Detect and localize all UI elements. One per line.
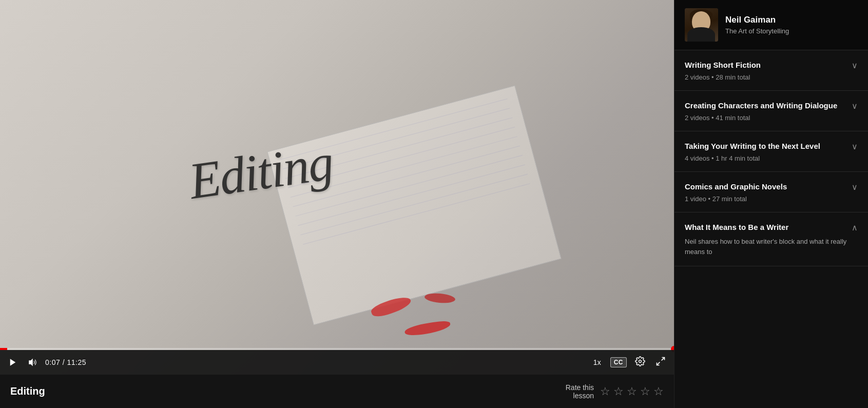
star-5[interactable]: ☆: [653, 385, 664, 398]
section-writing-short-fiction[interactable]: Writing Short Fiction ∨ 2 videos • 28 mi…: [674, 50, 868, 91]
avatar-body: [687, 27, 715, 42]
svg-line-3: [662, 357, 665, 360]
video-player: Editing 0:07 /: [0, 0, 674, 375]
avatar-background: [685, 8, 718, 42]
star-1[interactable]: ☆: [600, 385, 610, 398]
section-meta: 2 videos • 28 min total: [685, 73, 858, 81]
section-header: Writing Short Fiction ∨: [685, 60, 858, 70]
chevron-down-icon: ∨: [852, 182, 858, 192]
svg-point-2: [639, 360, 642, 362]
section-title: Comics and Graphic Novels: [685, 181, 846, 192]
volume-button[interactable]: [26, 356, 39, 369]
video-title: Editing: [10, 385, 45, 397]
course-sidebar: Neil Gaiman The Art of Storytelling Writ…: [674, 0, 868, 408]
captions-button[interactable]: CC: [610, 357, 627, 367]
instructor-name: Neil Gaiman: [725, 15, 858, 25]
section-meta: 4 videos • 1 hr 4 min total: [685, 154, 858, 162]
video-background: Editing: [0, 0, 674, 375]
instructor-info: Neil Gaiman The Art of Storytelling: [725, 15, 858, 35]
section-title: Taking Your Writing to the Next Level: [685, 141, 846, 151]
instructor-course: The Art of Storytelling: [725, 27, 858, 35]
rate-label: Rate this lesson: [566, 383, 594, 400]
section-title: Creating Characters and Writing Dialogue: [685, 100, 846, 111]
red-mark-decoration-2: [404, 319, 451, 337]
chevron-down-icon: ∨: [852, 61, 858, 70]
red-mark-decoration-3: [425, 292, 456, 304]
video-container: Editing 0:07 /: [0, 0, 674, 408]
section-comics-graphic-novels[interactable]: Comics and Graphic Novels ∨ 1 video • 27…: [674, 172, 868, 212]
section-meta: 1 video • 27 min total: [685, 195, 858, 203]
section-taking-writing-next-level[interactable]: Taking Your Writing to the Next Level ∨ …: [674, 131, 868, 172]
section-what-it-means-writer[interactable]: What It Means to Be a Writer ∧ Neil shar…: [674, 212, 868, 266]
section-meta: 2 videos • 41 min total: [685, 114, 858, 122]
section-creating-characters[interactable]: Creating Characters and Writing Dialogue…: [674, 91, 868, 131]
notebook-lines: [280, 99, 548, 312]
video-info-bar: Editing Rate this lesson ☆ ☆ ☆ ☆ ☆: [0, 375, 674, 408]
section-header: Taking Your Writing to the Next Level ∨: [685, 141, 858, 151]
playback-speed-button[interactable]: 1x: [590, 357, 604, 367]
section-title: What It Means to Be a Writer: [685, 222, 846, 232]
instructor-avatar: [685, 8, 718, 42]
stars-row: ☆ ☆ ☆ ☆ ☆: [600, 385, 664, 398]
notebook-decoration: [267, 85, 562, 325]
settings-button[interactable]: [633, 354, 647, 371]
fullscreen-button[interactable]: [653, 354, 668, 371]
svg-marker-1: [29, 359, 33, 366]
video-controls: 0:07 / 11:25 1x CC: [0, 350, 674, 375]
star-2[interactable]: ☆: [613, 385, 624, 398]
section-title: Writing Short Fiction: [685, 60, 846, 70]
star-3[interactable]: ☆: [627, 385, 637, 398]
section-description: Neil shares how to beat writer's block a…: [685, 237, 858, 257]
chevron-down-icon: ∨: [852, 142, 858, 151]
instructor-header: Neil Gaiman The Art of Storytelling: [674, 0, 868, 50]
star-4[interactable]: ☆: [640, 385, 650, 398]
rate-section: Rate this lesson ☆ ☆ ☆ ☆ ☆: [566, 383, 664, 400]
section-header: What It Means to Be a Writer ∧: [685, 222, 858, 232]
section-header: Creating Characters and Writing Dialogue…: [685, 100, 858, 111]
section-header: Comics and Graphic Novels ∨: [685, 181, 858, 192]
chevron-down-icon: ∨: [852, 101, 858, 111]
play-button[interactable]: [6, 356, 20, 369]
time-display: 0:07 / 11:25: [45, 358, 86, 366]
svg-marker-0: [10, 359, 16, 366]
svg-line-4: [657, 362, 660, 365]
chevron-up-icon: ∧: [852, 223, 858, 232]
